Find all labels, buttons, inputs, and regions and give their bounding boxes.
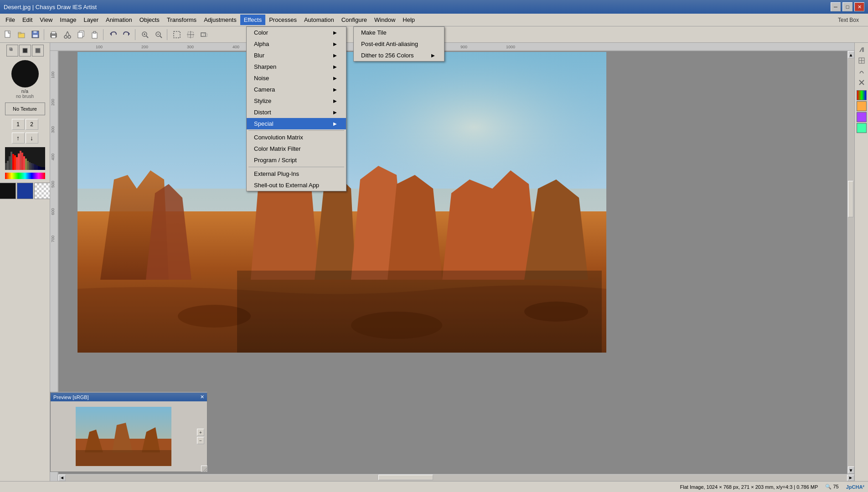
- svg-text:100: 100: [96, 45, 103, 49]
- dither-submenu-arrow: ▶: [431, 53, 435, 58]
- special-make-tile[interactable]: Make Tile: [354, 27, 444, 38]
- toolbar-paste[interactable]: [88, 28, 101, 41]
- toolbar-save[interactable]: [29, 28, 42, 41]
- no-texture-button[interactable]: No Texture: [5, 102, 45, 115]
- menu-file[interactable]: File: [2, 15, 19, 25]
- right-color-4: [857, 123, 867, 133]
- toolbar-copy[interactable]: [75, 28, 88, 41]
- preview-zoom-out-icon[interactable]: −: [197, 437, 204, 444]
- menu-help[interactable]: Help: [399, 15, 418, 25]
- menu-effects[interactable]: Effects: [240, 15, 266, 25]
- preview-zoom-in-icon[interactable]: +: [197, 429, 204, 436]
- minimize-button[interactable]: ─: [831, 2, 841, 11]
- svg-rect-26: [174, 31, 180, 38]
- svg-rect-2: [18, 32, 21, 34]
- tool-icon-3[interactable]: [32, 45, 44, 56]
- toolbar-select[interactable]: [170, 28, 183, 41]
- svg-rect-49: [29, 162, 31, 170]
- menu-adjustments[interactable]: Adjustments: [200, 15, 240, 25]
- vscroll-thumb[interactable]: [848, 181, 853, 217]
- preview-content: + −: [51, 401, 207, 472]
- tool-icon-2[interactable]: [19, 45, 31, 56]
- scroll-left-button[interactable]: ◄: [58, 475, 66, 481]
- special-post-edit[interactable]: Post-edit Anti-aliasing: [354, 38, 444, 50]
- svg-rect-35: [36, 48, 40, 53]
- menu-layer[interactable]: Layer: [80, 15, 102, 25]
- effects-blur[interactable]: Blur ▶: [247, 50, 346, 61]
- vertical-scrollbar[interactable]: ▲ ▼: [847, 51, 854, 474]
- toolbar-transform[interactable]: [198, 28, 211, 41]
- effects-special[interactable]: Special ▶: [247, 118, 346, 129]
- effects-color[interactable]: Color ▶: [247, 27, 346, 38]
- menu-configure[interactable]: Configure: [338, 15, 371, 25]
- maximize-button[interactable]: □: [842, 2, 852, 11]
- toolbar-sep4: [167, 29, 169, 40]
- stylize-submenu-arrow: ▶: [333, 98, 337, 103]
- scroll-down-button[interactable]: ▼: [848, 466, 854, 474]
- svg-rect-56: [41, 167, 43, 170]
- toolbar-open[interactable]: [16, 28, 28, 41]
- svg-rect-50: [31, 163, 32, 170]
- scroll-right-button[interactable]: ►: [847, 475, 854, 481]
- toolbar-cut[interactable]: [61, 28, 74, 41]
- svg-text:900: 900: [460, 45, 467, 49]
- effects-shell-out[interactable]: Shell-out to External App: [247, 179, 346, 191]
- menu-objects[interactable]: Objects: [136, 15, 163, 25]
- svg-rect-44: [20, 151, 21, 170]
- close-button[interactable]: ✕: [854, 2, 864, 11]
- menu-image[interactable]: Image: [56, 15, 80, 25]
- toolbar-print[interactable]: [47, 28, 60, 41]
- foreground-swatch[interactable]: [0, 183, 16, 199]
- toolbar-new[interactable]: [2, 28, 15, 41]
- preview-resize-handle[interactable]: + −: [197, 429, 204, 444]
- arrow-up-button[interactable]: ↑: [12, 133, 25, 144]
- color-band[interactable]: [5, 173, 45, 179]
- effects-sharpen[interactable]: Sharpen ▶: [247, 61, 346, 72]
- effects-noise[interactable]: Noise ▶: [247, 72, 346, 84]
- toolbar-undo[interactable]: [107, 28, 119, 41]
- effects-alpha[interactable]: Alpha ▶: [247, 38, 346, 50]
- effects-camera[interactable]: Camera ▶: [247, 84, 346, 95]
- effects-distort[interactable]: Distort ▶: [247, 107, 346, 118]
- effects-convolution[interactable]: Convolution Matrix: [247, 132, 346, 143]
- menu-processes[interactable]: Processes: [265, 15, 300, 25]
- menu-edit[interactable]: Edit: [19, 15, 36, 25]
- toolbar-zoom-in[interactable]: [139, 28, 151, 41]
- svg-line-90: [203, 468, 207, 472]
- scroll-up-button[interactable]: ▲: [848, 51, 854, 58]
- svg-rect-41: [14, 155, 16, 170]
- menu-automation[interactable]: Automation: [300, 15, 338, 25]
- right-tool-3[interactable]: [857, 67, 867, 77]
- background-swatch[interactable]: [17, 183, 33, 199]
- toolbar-zoom-out[interactable]: [152, 28, 165, 41]
- num-button-2[interactable]: 2: [26, 119, 38, 130]
- menu-window[interactable]: Window: [371, 15, 399, 25]
- tool-icon-1[interactable]: [6, 45, 18, 56]
- right-tool-1[interactable]: [857, 45, 867, 55]
- arrow-down-button[interactable]: ↓: [26, 133, 38, 144]
- transparent-swatch[interactable]: [34, 183, 51, 199]
- horizontal-scrollbar[interactable]: ◄ ►: [58, 474, 854, 481]
- hscroll-thumb[interactable]: [378, 475, 433, 480]
- right-tool-2[interactable]: [857, 56, 867, 66]
- effects-color-matrix[interactable]: Color Matrix Filter: [247, 143, 346, 154]
- toolbar-move[interactable]: [184, 28, 197, 41]
- sharpen-submenu-arrow: ▶: [333, 64, 337, 69]
- canvas-area[interactable]: 100 200 300 400 500 600 700 800 900 1000…: [50, 43, 854, 481]
- svg-text:300: 300: [187, 45, 194, 49]
- menu-animation[interactable]: Animation: [102, 15, 136, 25]
- preview-resize-corner[interactable]: [201, 466, 207, 472]
- toolbar-redo[interactable]: [120, 28, 133, 41]
- effects-sep2: [248, 167, 344, 167]
- svg-line-24: [160, 36, 162, 38]
- effects-program-script[interactable]: Program / Script: [247, 154, 346, 166]
- effects-external-plugins[interactable]: External Plug-Ins: [247, 168, 346, 179]
- special-dither[interactable]: Dither to 256 Colors ▶: [354, 50, 444, 61]
- num-button-1[interactable]: 1: [12, 119, 25, 130]
- effects-stylize[interactable]: Stylize ▶: [247, 95, 346, 107]
- right-tool-4[interactable]: [857, 77, 867, 87]
- menu-view[interactable]: View: [36, 15, 56, 25]
- preview-close-button[interactable]: ✕: [200, 394, 204, 400]
- svg-rect-89: [76, 450, 171, 466]
- menu-transforms[interactable]: Transforms: [163, 15, 200, 25]
